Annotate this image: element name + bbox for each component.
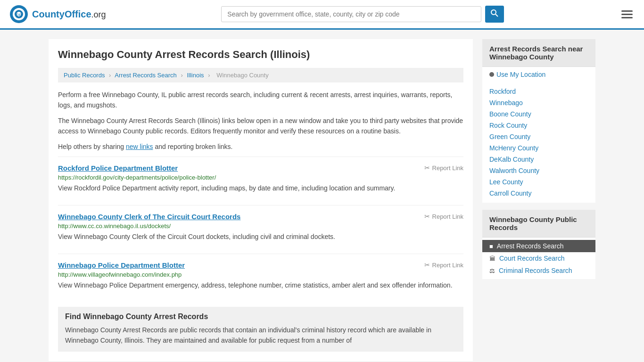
- sidebar: Arrest Records Search near Winnebago Cou…: [482, 39, 595, 361]
- record-entry-0: Rockford Police Department Blotter ✂ Rep…: [58, 156, 463, 200]
- breadcrumb-current: Winnebago County: [216, 72, 269, 79]
- menu-button[interactable]: [619, 8, 635, 20]
- breadcrumb-public-records[interactable]: Public Records: [64, 72, 105, 79]
- find-section: Find Winnebago County Arrest Records Win…: [58, 307, 463, 352]
- find-section-text: Winnebago County Arrest Records are publ…: [65, 325, 456, 346]
- new-links-link[interactable]: new links: [126, 143, 153, 150]
- logo-icon: CO: [9, 5, 28, 24]
- svg-text:CO: CO: [16, 13, 22, 17]
- nearby-link-7[interactable]: Walworth County: [489, 167, 539, 174]
- intro-paragraph-2: The Winnebago County Arrest Records Sear…: [58, 115, 463, 137]
- nearby-item-4: Green County: [482, 131, 595, 142]
- sidebar-public-records-header: Winnebago County Public Records: [482, 210, 595, 238]
- record-desc-0: View Rockford Police Department activity…: [58, 183, 463, 193]
- nearby-link-5[interactable]: McHenry County: [489, 144, 538, 152]
- record-url-0[interactable]: https://rockfordil.gov/city-departments/…: [58, 174, 463, 181]
- report-link-label-1: Report Link: [432, 213, 463, 220]
- records-container: Rockford Police Department Blotter ✂ Rep…: [58, 156, 463, 297]
- record-title-link-2[interactable]: Winnebago Police Department Blotter: [58, 261, 185, 269]
- record-url-1[interactable]: http://www.cc.co.winnebago.il.us/dockets…: [58, 222, 463, 230]
- record-entry-1: Winnebago County Clerk of The Circuit Co…: [58, 205, 463, 249]
- search-icon: [491, 9, 498, 17]
- record-url-2[interactable]: http://www.villageofwinnebago.com/index.…: [58, 271, 463, 278]
- main-container: Winnebago County Arrest Records Search (…: [39, 30, 605, 362]
- report-link-label-2: Report Link: [432, 262, 463, 269]
- nearby-item-0: Rockford: [482, 86, 595, 97]
- report-link-1[interactable]: ✂ Report Link: [424, 213, 463, 220]
- nearby-item-9: Carroll County: [482, 188, 595, 199]
- nearby-item-5: McHenry County: [482, 142, 595, 154]
- use-location-button[interactable]: Use My Location: [482, 67, 595, 82]
- nearby-list: RockfordWinnebagoBoone CountyRock County…: [482, 82, 595, 203]
- logo-area: CO CountyOffice.org: [9, 5, 106, 24]
- nearby-link-3[interactable]: Rock County: [489, 122, 527, 129]
- rec-icon-1: 🏛: [489, 255, 495, 262]
- record-desc-1: View Winnebago County Clerk of the Circu…: [58, 232, 463, 242]
- report-link-2[interactable]: ✂ Report Link: [424, 261, 463, 269]
- rec-icon-0: ■: [489, 243, 493, 250]
- public-record-item-2: ⚖Criminal Records Search: [482, 264, 595, 277]
- intro-paragraph-1: Perform a free Winnebago County, IL publ…: [58, 90, 463, 111]
- content-area: Winnebago County Arrest Records Search (…: [49, 39, 473, 361]
- record-title-link-0[interactable]: Rockford Police Department Blotter: [58, 164, 178, 172]
- rec-icon-2: ⚖: [489, 267, 495, 274]
- breadcrumb-arrest-records-search[interactable]: Arrest Records Search: [115, 72, 177, 79]
- nearby-link-8[interactable]: Lee County: [489, 178, 523, 186]
- nearby-item-2: Boone County: [482, 108, 595, 120]
- nearby-item-6: DeKalb County: [482, 154, 595, 165]
- search-area: [221, 6, 504, 23]
- nearby-link-2[interactable]: Boone County: [489, 110, 531, 118]
- nearby-item-8: Lee County: [482, 176, 595, 188]
- public-record-link-2[interactable]: Criminal Records Search: [499, 267, 572, 274]
- report-icon-0: ✂: [424, 164, 430, 172]
- public-record-link-0[interactable]: Arrest Records Search: [497, 242, 564, 250]
- breadcrumb-illinois[interactable]: Illinois: [187, 72, 204, 79]
- search-input[interactable]: [221, 6, 481, 22]
- record-title-link-1[interactable]: Winnebago County Clerk of The Circuit Co…: [58, 213, 240, 221]
- nearby-item-1: Winnebago: [482, 97, 595, 108]
- nearby-item-3: Rock County: [482, 120, 595, 131]
- sidebar-near-section: Arrest Records Search near Winnebago Cou…: [482, 39, 595, 203]
- location-dot-icon: [489, 72, 494, 77]
- nearby-item-7: Walworth County: [482, 165, 595, 176]
- public-record-item-1: 🏛Court Records Search: [482, 252, 595, 264]
- record-title-row-1: Winnebago County Clerk of The Circuit Co…: [58, 213, 463, 221]
- report-icon-1: ✂: [424, 213, 430, 220]
- sidebar-near-header: Arrest Records Search near Winnebago Cou…: [482, 39, 595, 67]
- nearby-link-1[interactable]: Winnebago: [489, 99, 523, 107]
- sidebar-public-records: Winnebago County Public Records ■Arrest …: [482, 210, 595, 279]
- find-section-title: Find Winnebago County Arrest Records: [65, 313, 456, 321]
- nearby-link-0[interactable]: Rockford: [489, 88, 516, 95]
- report-link-0[interactable]: ✂ Report Link: [424, 164, 463, 172]
- nearby-link-4[interactable]: Green County: [489, 133, 530, 140]
- svg-point-5: [491, 10, 496, 15]
- record-title-row-0: Rockford Police Department Blotter ✂ Rep…: [58, 164, 463, 172]
- public-records-list: ■Arrest Records Search🏛Court Records Sea…: [482, 238, 595, 279]
- public-record-link-1[interactable]: Court Records Search: [499, 255, 565, 262]
- report-link-label-0: Report Link: [432, 165, 463, 172]
- logo-text: CountyOffice.org: [32, 9, 106, 20]
- page-title: Winnebago County Arrest Records Search (…: [58, 49, 463, 61]
- nearby-link-6[interactable]: DeKalb County: [489, 156, 534, 163]
- header: CO CountyOffice.org: [0, 0, 644, 30]
- breadcrumb: Public Records › Arrest Records Search ›…: [58, 68, 463, 82]
- search-button[interactable]: [485, 6, 504, 23]
- record-desc-2: View Winnebago Police Department emergen…: [58, 280, 463, 290]
- svg-line-6: [495, 14, 498, 16]
- nearby-link-9[interactable]: Carroll County: [489, 189, 531, 197]
- intro-paragraph-3: Help others by sharing new links and rep…: [58, 141, 463, 152]
- report-icon-2: ✂: [424, 261, 430, 269]
- record-entry-2: Winnebago Police Department Blotter ✂ Re…: [58, 254, 463, 297]
- public-record-item-0: ■Arrest Records Search: [482, 240, 595, 252]
- record-title-row-2: Winnebago Police Department Blotter ✂ Re…: [58, 261, 463, 269]
